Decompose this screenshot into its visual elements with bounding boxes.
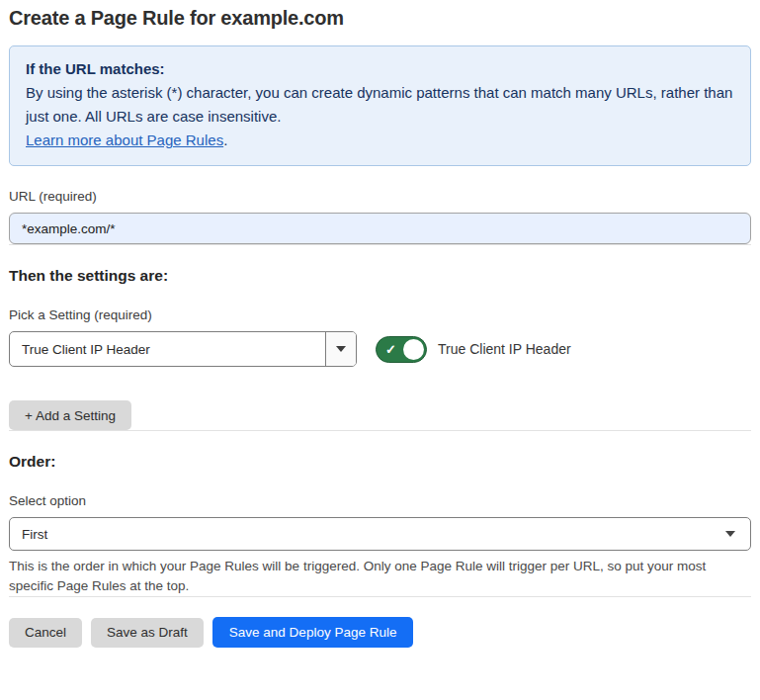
url-label: URL (required) xyxy=(9,189,751,204)
chevron-down-icon xyxy=(725,531,735,537)
info-box-heading: If the URL matches: xyxy=(26,57,734,81)
setting-toggle[interactable]: ✓ xyxy=(376,336,427,363)
order-select-value: First xyxy=(10,518,725,550)
setting-select-arrow-button[interactable] xyxy=(325,332,356,366)
order-help-text: This is the order in which your Page Rul… xyxy=(9,557,740,596)
setting-select[interactable]: True Client IP Header xyxy=(9,331,357,367)
link-suffix: . xyxy=(223,131,227,148)
info-box-body: By using the asterisk (*) character, you… xyxy=(26,81,734,129)
toggle-label: True Client IP Header xyxy=(438,341,571,357)
order-select[interactable]: First xyxy=(9,517,751,551)
setting-row: True Client IP Header ✓ True Client IP H… xyxy=(9,331,751,367)
url-input[interactable] xyxy=(9,213,751,244)
divider xyxy=(9,244,751,245)
order-select-label: Select option xyxy=(9,493,751,508)
chevron-down-icon xyxy=(336,346,346,352)
info-box-link-line: Learn more about Page Rules. xyxy=(26,129,734,152)
check-icon: ✓ xyxy=(385,343,396,356)
form-actions: Cancel Save as Draft Save and Deploy Pag… xyxy=(9,617,751,648)
learn-more-link[interactable]: Learn more about Page Rules xyxy=(26,131,223,148)
pick-setting-label: Pick a Setting (required) xyxy=(9,307,751,322)
page-rule-form: Create a Page Rule for example.com If th… xyxy=(0,0,760,648)
divider xyxy=(9,596,751,597)
url-match-info-box: If the URL matches: By using the asteris… xyxy=(9,45,751,166)
settings-heading: Then the settings are: xyxy=(9,267,751,285)
divider xyxy=(9,430,751,431)
order-heading: Order: xyxy=(9,453,751,471)
save-deploy-button[interactable]: Save and Deploy Page Rule xyxy=(212,617,414,648)
order-select-caret xyxy=(725,518,750,550)
save-draft-button[interactable]: Save as Draft xyxy=(91,618,204,648)
add-setting-button[interactable]: + Add a Setting xyxy=(9,400,131,430)
page-title: Create a Page Rule for example.com xyxy=(9,0,751,30)
cancel-button[interactable]: Cancel xyxy=(9,618,82,648)
setting-select-value: True Client IP Header xyxy=(10,332,325,366)
toggle-knob xyxy=(403,339,424,360)
